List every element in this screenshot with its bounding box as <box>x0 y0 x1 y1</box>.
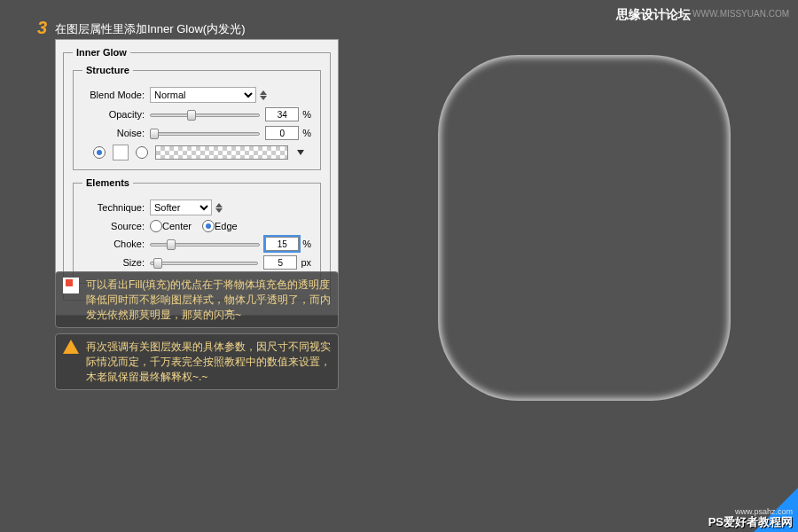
gradient-radio[interactable] <box>136 146 148 159</box>
elements-group: Elements Technique: Softer Source: Cente… <box>73 177 321 284</box>
blend-mode-select[interactable]: Normal <box>150 87 256 103</box>
inner-glow-legend: Inner Glow <box>73 47 130 58</box>
stepper-icon[interactable] <box>260 90 267 100</box>
note-box-2: 再次强调有关图层效果的具体参数，因尺寸不同视实际情况而定，千万表完全按照教程中的… <box>55 333 339 390</box>
preview-shape <box>438 55 731 401</box>
source-center-radio[interactable] <box>150 220 162 232</box>
technique-label: Technique: <box>82 202 145 213</box>
opacity-unit: % <box>302 109 311 120</box>
edge-label: Edge <box>215 221 238 231</box>
gradient-swatch[interactable] <box>155 145 288 160</box>
noise-unit: % <box>302 128 311 138</box>
structure-group: Structure Blend Mode: Normal Opacity: % … <box>73 65 321 170</box>
structure-legend: Structure <box>82 65 133 75</box>
size-field[interactable] <box>263 255 297 270</box>
warning-icon <box>63 340 79 354</box>
choke-field[interactable] <box>265 237 299 251</box>
stepper-icon[interactable] <box>215 203 223 213</box>
size-unit: px <box>301 257 311 268</box>
color-radio[interactable] <box>93 146 106 159</box>
blend-mode-label: Blend Mode: <box>82 90 145 100</box>
choke-slider[interactable] <box>150 238 260 250</box>
note-2-text: 再次强调有关图层效果的具体参数，因尺寸不同视实际情况而定，千万表完全按照教程中的… <box>86 340 331 384</box>
elements-legend: Elements <box>82 177 133 188</box>
pin-icon <box>63 278 79 293</box>
center-label: Center <box>162 221 192 231</box>
size-slider[interactable] <box>150 256 258 269</box>
site-name: 思缘设计论坛 <box>616 7 691 23</box>
opacity-label: Opacity: <box>82 109 145 120</box>
note-box-1: 可以看出Fill(填充)的优点在于将物体填充色的透明度降低同时而不影响图层样式，… <box>55 271 339 328</box>
source-label: Source: <box>82 221 145 231</box>
gradient-dropdown-icon[interactable] <box>297 150 304 155</box>
inner-glow-fieldset: Inner Glow Structure Blend Mode: Normal … <box>63 47 331 301</box>
color-swatch[interactable] <box>113 145 129 160</box>
noise-label: Noise: <box>82 128 145 138</box>
noise-field[interactable] <box>265 126 299 140</box>
step-number: 3 <box>37 18 47 38</box>
site-url: WWW.MISSYUAN.COM <box>692 9 789 19</box>
source-edge-radio[interactable] <box>202 220 215 232</box>
step-title: 在图层属性里添加Inner Glow(内发光) <box>55 21 246 37</box>
choke-unit: % <box>302 239 311 249</box>
footer-brand: PS爱好者教程网 <box>708 514 793 530</box>
opacity-slider[interactable] <box>150 108 260 121</box>
noise-slider[interactable] <box>150 127 260 139</box>
opacity-field[interactable] <box>265 107 299 121</box>
technique-select[interactable]: Softer <box>150 200 212 215</box>
note-1-text: 可以看出Fill(填充)的优点在于将物体填充色的透明度降低同时而不影响图层样式，… <box>86 278 331 322</box>
choke-label: Choke: <box>82 239 145 249</box>
size-label: Size: <box>82 257 145 268</box>
